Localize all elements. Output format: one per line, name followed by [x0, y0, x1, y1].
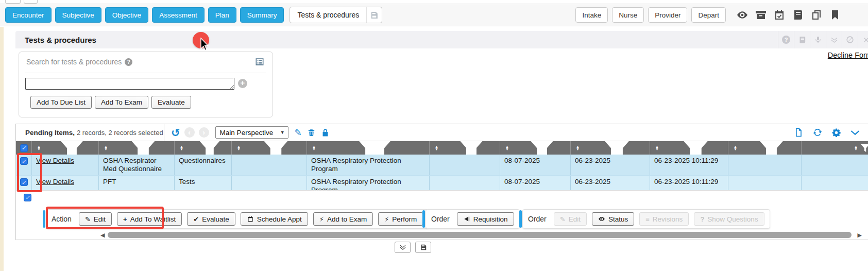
tab-assessment[interactable]: Assessment — [152, 7, 205, 23]
microphone-icon[interactable] — [810, 31, 826, 48]
copy-icon[interactable] — [810, 9, 823, 21]
tab-objective[interactable]: Objective — [105, 7, 148, 23]
save-icon[interactable] — [366, 7, 382, 23]
table-row[interactable]: ✓ View Details PFT Tests OSHA Respirator… — [16, 175, 868, 191]
filter-icon[interactable] — [243, 141, 307, 155]
evaluate-button[interactable]: Evaluate — [151, 96, 191, 109]
schedule-appt-button[interactable]: Schedule Appt — [241, 212, 308, 226]
list-icon[interactable] — [254, 57, 265, 67]
order-group-2: Order ✎Edit Status ≡Revisions ?Show Ques… — [522, 209, 770, 229]
lightning-icon: ⚡ — [384, 216, 389, 223]
nurse-button[interactable]: Nurse — [612, 7, 644, 23]
sort-icon[interactable]: ▲▼ — [734, 145, 737, 150]
filter-icon[interactable] — [582, 141, 650, 155]
save-button[interactable] — [415, 242, 431, 253]
book-icon[interactable] — [792, 9, 804, 21]
sort-icon[interactable]: ▲▼ — [854, 145, 858, 150]
eye-icon[interactable] — [736, 9, 748, 21]
archive-icon[interactable] — [755, 9, 767, 21]
row-checkbox[interactable]: ✓ — [20, 178, 28, 186]
records-summary: 2 records, 2 records selected — [77, 129, 163, 137]
tab-tests-procedures-active[interactable]: Tests & procedures — [290, 7, 382, 23]
row-checkbox[interactable]: ✓ — [20, 157, 28, 165]
depart-button[interactable]: Depart — [691, 7, 726, 23]
table-row[interactable]: ✓ View Details OSHA Respirator Med Quest… — [16, 155, 868, 175]
block-icon[interactable] — [842, 31, 858, 48]
pager-prev-icon[interactable]: ‹ — [184, 127, 195, 138]
edit-button[interactable]: ✎Edit — [79, 212, 112, 226]
calendar-check-icon[interactable] — [773, 9, 786, 21]
scroll-left-icon[interactable]: ◀ — [100, 232, 105, 239]
order-group-1: Order Requisition — [426, 209, 520, 229]
action-group-label: Action — [52, 215, 72, 223]
filter-icon[interactable] — [110, 141, 174, 155]
sort-icon[interactable]: ▲▼ — [576, 145, 580, 150]
pager-next-icon[interactable]: › — [199, 127, 209, 138]
perspective-select[interactable]: Main Perspective ▼ — [215, 126, 288, 139]
select-all-checkbox[interactable]: ✓ — [16, 141, 31, 155]
filter-icon[interactable] — [511, 141, 570, 155]
tab-encounter[interactable]: Encounter — [5, 7, 52, 23]
horizontal-scrollbar[interactable]: ◀ ▶ — [16, 231, 868, 239]
evaluate-button[interactable]: ✔Evaluate — [187, 212, 235, 226]
cutoff-button-fragment — [5, 0, 21, 4]
scroll-right-icon[interactable]: ▶ — [858, 232, 862, 239]
cell-instructions — [231, 176, 307, 190]
edit-perspective-icon[interactable]: ✎ — [295, 128, 302, 137]
filter-icon[interactable] — [43, 141, 98, 155]
gear-icon[interactable] — [831, 128, 841, 138]
decline-form-link[interactable]: Decline Form — [828, 51, 868, 59]
sort-icon[interactable]: ▲▼ — [104, 145, 108, 150]
sort-icon[interactable]: ▲▼ — [655, 145, 659, 150]
filter-icon[interactable] — [185, 141, 231, 155]
intake-button[interactable]: Intake — [575, 7, 608, 23]
chevron-down-icon[interactable] — [850, 127, 860, 138]
sort-icon[interactable]: ▲▼ — [180, 145, 183, 150]
expand-more-button[interactable] — [395, 242, 411, 253]
add-to-waitlist-button[interactable]: +Add To Waitlist — [117, 212, 182, 226]
search-input[interactable] — [25, 78, 234, 90]
add-to-due-list-button[interactable]: Add To Due List — [30, 96, 92, 109]
help-icon[interactable]: ? — [778, 31, 794, 48]
help-icon[interactable]: ? — [125, 58, 132, 66]
close-icon[interactable] — [858, 31, 868, 48]
footer-checkbox[interactable]: ✓ — [24, 194, 31, 201]
lock-icon[interactable] — [321, 128, 330, 137]
cell-stub — [801, 176, 868, 190]
tab-summary[interactable]: Summary — [240, 7, 284, 23]
view-details-link[interactable]: View Details — [36, 178, 74, 185]
sort-icon[interactable]: ▲▼ — [312, 145, 316, 150]
cell-ordername: PFT — [98, 176, 174, 190]
perform-button[interactable]: ⚡Perform — [378, 212, 423, 226]
filter-icon[interactable] — [739, 141, 801, 155]
filter-icon[interactable] — [860, 143, 868, 154]
add-to-exam-button[interactable]: Add To Exam — [95, 96, 148, 109]
question-icon: ? — [700, 216, 704, 223]
filter-icon[interactable] — [440, 141, 500, 155]
collapse-icon[interactable] — [826, 31, 842, 48]
filter-icon[interactable] — [318, 141, 429, 155]
tab-plan[interactable]: Plan — [208, 7, 236, 23]
bookmark-icon[interactable] — [829, 9, 841, 21]
filter-icon[interactable] — [661, 141, 728, 155]
requisition-button[interactable]: Requisition — [457, 212, 514, 226]
sort-icon[interactable]: ▲▼ — [505, 145, 509, 150]
view-details-link[interactable]: View Details — [36, 157, 74, 164]
status-button[interactable]: Status — [592, 212, 634, 226]
add-circle-icon[interactable]: + — [238, 79, 247, 88]
sort-icon[interactable]: ▲▼ — [435, 145, 438, 150]
cell-comments — [429, 155, 500, 175]
edit-button-disabled: ✎Edit — [554, 212, 587, 226]
sort-icon[interactable]: ▲▼ — [237, 145, 241, 150]
delete-perspective-icon[interactable] — [307, 128, 316, 137]
new-document-icon[interactable] — [793, 127, 804, 138]
undo-icon[interactable]: ↺ — [171, 127, 180, 138]
book-icon[interactable] — [794, 31, 810, 48]
cell-create-date: 06-23-2025 10:11:29 — [650, 176, 728, 190]
provider-button[interactable]: Provider — [648, 7, 687, 23]
scrollbar-thumb[interactable] — [108, 232, 852, 238]
refresh-icon[interactable] — [812, 127, 823, 138]
sort-icon[interactable]: ▲▼ — [37, 145, 41, 150]
tab-subjective[interactable]: Subjective — [55, 7, 101, 23]
add-to-exam-button[interactable]: ⚡Add to Exam — [313, 212, 373, 226]
